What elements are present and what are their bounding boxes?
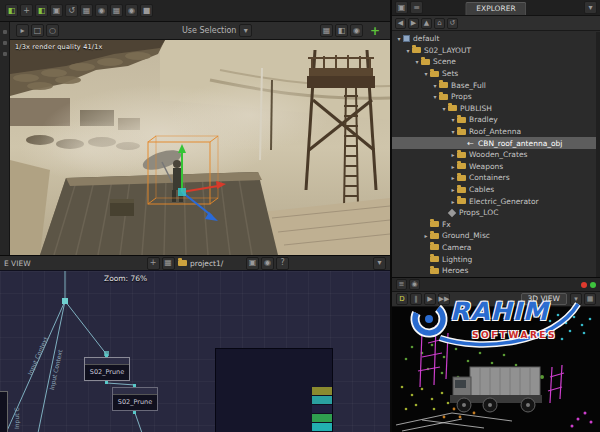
tree-expand-icon[interactable]: ▾ xyxy=(413,58,421,65)
palette-swatch[interactable] xyxy=(312,405,332,414)
lasso-select-icon[interactable]: ○ xyxy=(46,24,59,37)
palette-swatch[interactable] xyxy=(312,396,332,405)
graph-subpanel[interactable] xyxy=(215,348,333,432)
tree-item-bradley[interactable]: ▾Bradley xyxy=(392,114,600,126)
tree-item-ground_misc[interactable]: ▸Ground_Misc xyxy=(392,230,600,242)
refresh-icon[interactable]: ↺ xyxy=(447,18,458,29)
use-selection-button[interactable]: Use Selection xyxy=(182,26,236,35)
display-options-icon[interactable]: ▦ xyxy=(584,293,596,305)
overview-icon[interactable]: ◉ xyxy=(261,257,274,270)
tree-expand-icon[interactable]: ▾ xyxy=(449,116,457,123)
tree-item-cables[interactable]: ▸Cables xyxy=(392,184,600,196)
add-node-icon[interactable]: + xyxy=(147,257,160,270)
node-graph-tab[interactable]: E VIEW xyxy=(4,259,31,268)
back-icon[interactable]: ◀ xyxy=(395,18,406,29)
palette-swatch[interactable] xyxy=(312,414,332,423)
tree-item-wooden_crates[interactable]: ▸Wooden_Crates xyxy=(392,149,600,161)
tree-expand-icon[interactable]: ▸ xyxy=(449,186,457,193)
camera-select-icon[interactable]: ◉ xyxy=(350,24,363,37)
node-graph-canvas[interactable]: Zoom: 76% Input ContextInput ContextInpu… xyxy=(0,271,390,432)
tree-expand-icon[interactable]: ▸ xyxy=(449,163,457,170)
filter-icon[interactable]: ≡ xyxy=(410,1,423,14)
tree-item-weapons[interactable]: ▸Weapons xyxy=(392,161,600,173)
render-icon[interactable]: ■ xyxy=(140,4,153,17)
scale-icon[interactable]: ▦ xyxy=(80,4,93,17)
rotate-icon[interactable]: ↺ xyxy=(65,4,78,17)
palette-swatch[interactable] xyxy=(312,387,332,396)
tree-item-scene[interactable]: ▾Scene xyxy=(392,56,600,68)
add-button[interactable]: + xyxy=(370,25,380,37)
tree-expand-icon[interactable]: ▾ xyxy=(422,70,430,77)
tree-expand-icon[interactable]: ▸ xyxy=(422,232,430,239)
pause-icon[interactable]: ‖ xyxy=(410,293,422,305)
cube-icon[interactable]: ◧ xyxy=(5,4,18,17)
3d-view-header: ≡◉ xyxy=(392,278,600,292)
graph-node-partial[interactable] xyxy=(0,391,8,432)
graph-node-s02_prune[interactable]: S02_Prune xyxy=(112,387,158,411)
tree-item-sets[interactable]: ▾Sets xyxy=(392,68,600,80)
tab-explorer[interactable]: EXPLORER xyxy=(465,2,526,15)
tree-item-containers[interactable]: ▸Containers xyxy=(392,172,600,184)
tree-expand-icon[interactable]: ▾ xyxy=(431,93,439,100)
tree-expand-icon[interactable]: ▸ xyxy=(449,174,457,181)
forward-icon[interactable]: ▶ xyxy=(408,18,419,29)
tree-item-base_full[interactable]: ▾Base_Full xyxy=(392,79,600,91)
palette-swatch[interactable] xyxy=(312,423,332,432)
tree-item-publish[interactable]: ▾PUBLISH xyxy=(392,103,600,115)
cube2-icon[interactable]: ◧ xyxy=(35,4,48,17)
cursor-icon[interactable]: ▸ xyxy=(16,24,29,37)
tree-expand-icon[interactable]: ▾ xyxy=(431,82,439,89)
view-dropdown-icon[interactable]: ▾ xyxy=(570,293,582,305)
tree-item-lighting[interactable]: Lighting xyxy=(392,253,600,265)
snap-icon[interactable]: ▣ xyxy=(246,257,259,270)
context-path[interactable]: project1/ xyxy=(178,259,223,268)
camera-icon[interactable]: ◉ xyxy=(125,4,138,17)
home-icon[interactable]: ⌂ xyxy=(434,18,445,29)
tree-item-camera[interactable]: Camera xyxy=(392,242,600,254)
tree-expand-icon[interactable]: ▾ xyxy=(395,35,403,42)
play-icon[interactable]: ▶ xyxy=(424,293,436,305)
snap-icon[interactable]: ◉ xyxy=(95,4,108,17)
tree-item-fx[interactable]: Fx xyxy=(392,219,600,231)
ready-light[interactable] xyxy=(590,282,596,288)
camera-icon[interactable]: ◉ xyxy=(409,279,420,290)
tree-item-roof_antenna[interactable]: ▾Roof_Antenna xyxy=(392,126,600,138)
panel-divider[interactable] xyxy=(390,0,392,432)
explorer-left-icons: ▣≡ xyxy=(395,1,423,14)
main-3d-viewport[interactable]: 1/3x render quality 41/1x xyxy=(10,40,390,255)
view-mode-dropdown[interactable]: 3D VIEW xyxy=(521,293,567,305)
tree-item-props_loc[interactable]: Props_LOC xyxy=(392,207,600,219)
tree-expand-icon[interactable]: ▸ xyxy=(449,151,457,158)
tree-item-electric_generator[interactable]: ▸Electric_Generator xyxy=(392,195,600,207)
translate-icon[interactable]: ▣ xyxy=(50,4,63,17)
up-icon[interactable]: ▲ xyxy=(421,18,432,29)
panel-options-icon[interactable]: ▾ xyxy=(584,1,597,14)
tree-item-cbn_roof_antenna_obj[interactable]: ←CBN_roof_antenna_obj xyxy=(392,137,600,149)
axis-icon[interactable]: + xyxy=(20,4,33,17)
panel-menu-icon[interactable]: ≡ xyxy=(396,279,407,290)
tree-expand-icon[interactable]: ▾ xyxy=(449,128,457,135)
folder-icon xyxy=(439,94,448,100)
lock-icon[interactable]: ▣ xyxy=(395,1,408,14)
record-light[interactable] xyxy=(581,282,587,288)
display-mode-icon[interactable]: D xyxy=(396,293,408,305)
minimize-icon[interactable]: ▾ xyxy=(373,257,386,270)
graph-node-s02_prune[interactable]: S02_Prune xyxy=(84,357,130,381)
tree-item-s02_layout[interactable]: ▾S02_LAYOUT xyxy=(392,45,600,57)
tree-item-props[interactable]: ▾Props xyxy=(392,91,600,103)
tree-expand-icon[interactable]: ▸ xyxy=(449,198,457,205)
grid-icon[interactable]: ▦ xyxy=(110,4,123,17)
explorer-scrollbar[interactable] xyxy=(596,32,600,277)
tree-expand-icon[interactable]: ▾ xyxy=(440,105,448,112)
shading-mode-icon[interactable]: ◧ xyxy=(335,24,348,37)
layout-icon[interactable]: ▦ xyxy=(162,257,175,270)
3d-view-viewport[interactable] xyxy=(392,307,600,432)
tree-item-default[interactable]: ▾default xyxy=(392,33,600,45)
marquee-select-icon[interactable]: □ xyxy=(31,24,44,37)
tree-expand-icon[interactable]: ▾ xyxy=(404,47,412,54)
selection-dropdown-icon[interactable]: ▾ xyxy=(239,24,252,37)
tree-item-heroes[interactable]: Heroes xyxy=(392,265,600,277)
display-mode-icon[interactable]: ▦ xyxy=(320,24,333,37)
help-icon[interactable]: ? xyxy=(276,257,289,270)
step-forward-icon[interactable]: ▶▶ xyxy=(438,293,450,305)
